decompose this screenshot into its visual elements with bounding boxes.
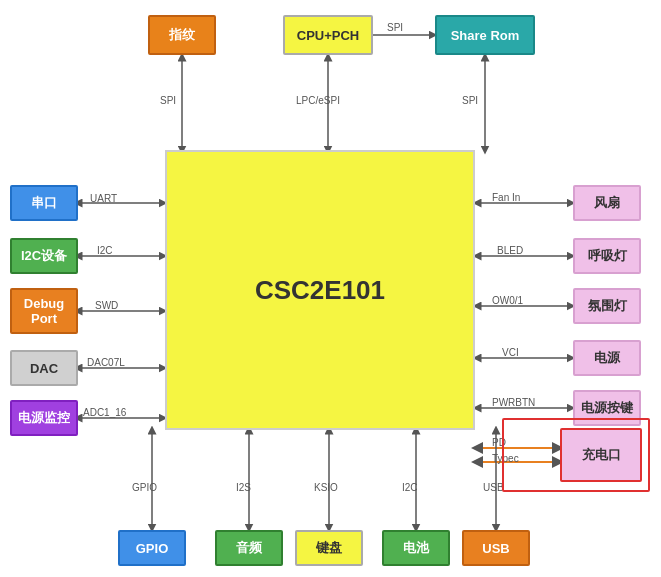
cpu-label: CPU+PCH	[297, 28, 360, 43]
ksio-label: KSIO	[314, 482, 338, 493]
adc-label: ADC1_16	[83, 407, 126, 418]
dianchi-label: 电池	[403, 539, 429, 557]
zhiwen-label: 指纹	[169, 26, 195, 44]
fengshan-label: 风扇	[594, 194, 620, 212]
usb-bottom-label: USB	[483, 482, 504, 493]
box-gpio: GPIO	[118, 530, 186, 566]
box-chuankou: 串口	[10, 185, 78, 221]
box-huxi: 呼吸灯	[573, 238, 641, 274]
i2s-label: I2S	[236, 482, 251, 493]
spi-label-zhiwen: SPI	[160, 95, 176, 106]
fanin-label: Fan In	[492, 192, 520, 203]
box-fengshan: 风扇	[573, 185, 641, 221]
box-cpu: CPU+PCH	[283, 15, 373, 55]
box-sharerom: Share Rom	[435, 15, 535, 55]
dac07l-label: DAC07L	[87, 357, 125, 368]
uart-label: UART	[90, 193, 117, 204]
charging-label: 充电口	[582, 446, 621, 464]
box-power-monitor: 电源监控	[10, 400, 78, 436]
gpio-label: GPIO	[136, 541, 169, 556]
debug-label: Debug Port	[24, 296, 64, 326]
diangyuan-btn-label: 电源按键	[581, 399, 633, 417]
box-diangyuan: 电源	[573, 340, 641, 376]
huxi-label: 呼吸灯	[588, 247, 627, 265]
usb-label: USB	[482, 541, 509, 556]
vci-label: VCI	[502, 347, 519, 358]
power-monitor-label: 电源监控	[18, 409, 70, 427]
box-qiwei: 氛围灯	[573, 288, 641, 324]
i2c-label: I2C	[97, 245, 113, 256]
sharerom-label: Share Rom	[451, 28, 520, 43]
chip-label: CSC2E101	[255, 275, 385, 306]
box-dianchi: 电池	[382, 530, 450, 566]
pwrbtn-label: PWRBTN	[492, 397, 535, 408]
dac-label: DAC	[30, 361, 58, 376]
qiwei-label: 氛围灯	[588, 297, 627, 315]
swd-label: SWD	[95, 300, 118, 311]
chuankou-label: 串口	[31, 194, 57, 212]
spi-label-sharerom: SPI	[462, 95, 478, 106]
box-i2c: I2C设备	[10, 238, 78, 274]
box-jianpan: 键盘	[295, 530, 363, 566]
diagram: SPI LPC/eSPI SPI SPI UART I2C SWD DAC07L…	[0, 0, 661, 577]
yinpin-label: 音频	[236, 539, 262, 557]
lpc-label: LPC/eSPI	[296, 95, 340, 106]
gpio-bottom-label: GPIO	[132, 482, 157, 493]
box-usb: USB	[462, 530, 530, 566]
spi-cpu-sharerom: SPI	[387, 22, 403, 33]
i2c-label-box: I2C设备	[21, 247, 67, 265]
box-dac: DAC	[10, 350, 78, 386]
box-yinpin: 音频	[215, 530, 283, 566]
i2c-bottom-label: I2C	[402, 482, 418, 493]
box-charging: 充电口	[560, 428, 642, 482]
diangyuan-label: 电源	[594, 349, 620, 367]
chip: CSC2E101	[165, 150, 475, 430]
jianpan-label: 键盘	[316, 539, 342, 557]
bled-label: BLED	[497, 245, 523, 256]
box-debug: Debug Port	[10, 288, 78, 334]
box-zhiwen: 指纹	[148, 15, 216, 55]
ow-label: OW0/1	[492, 295, 523, 306]
